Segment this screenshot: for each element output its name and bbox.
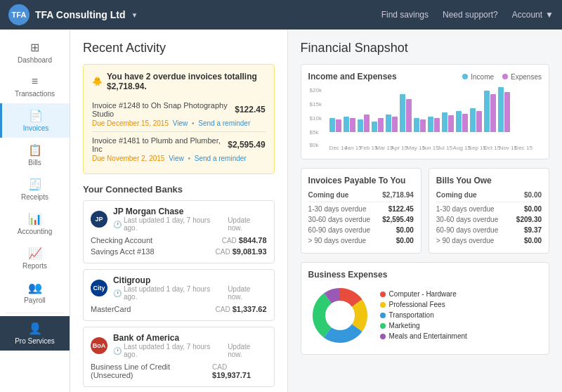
income-bar — [470, 108, 476, 132]
invoice-view-1[interactable]: View — [173, 119, 188, 127]
ip-label-2: 30-60 days overdue — [308, 216, 370, 223]
expense-bar — [336, 119, 341, 132]
invoice-row-1: Invoice #1248 to Oh Snap Photography Stu… — [92, 101, 266, 118]
account-dropdown-icon: ▼ — [545, 10, 554, 20]
bills-label-1: 1-30 days overdue — [436, 205, 495, 213]
chart-label: Apr 15 — [391, 145, 405, 152]
invoice-reminder-1[interactable]: Send a reminder — [198, 119, 250, 127]
expense-legend: Computer - Hardware Professional Fees Tr… — [380, 289, 467, 341]
need-support-link[interactable]: Need support? — [443, 10, 498, 20]
find-savings-link[interactable]: Find savings — [381, 10, 429, 20]
bank-name-citi: Citigroup — [113, 275, 267, 285]
sidebar-item-accounting[interactable]: 📊 Accounting — [0, 207, 70, 241]
sidebar-item-transactions[interactable]: ≡ Transactions — [0, 70, 70, 103]
meals-label: Meals and Entertainment — [389, 332, 467, 340]
marketing-dot — [380, 323, 386, 329]
bank-header-jpmorgan: JP JP Morgan Chase 🕐 Last updated 1 day,… — [91, 207, 267, 232]
sidebar-item-bills[interactable]: 📋 Bills — [0, 138, 70, 172]
income-expenses-section: Income and Expenses Income Expenses $20k — [301, 64, 549, 159]
sidebar-item-receipts[interactable]: 🧾 Receipts — [0, 172, 70, 207]
invoice-links-1: Due December 15, 2015 View • Send a remi… — [92, 119, 266, 127]
ip-label-4: > 90 days overdue — [308, 237, 367, 244]
bills-amount-1: $0.00 — [524, 205, 542, 213]
brand-name: TFA Consulting Ltd — [35, 9, 126, 20]
expense-bar — [434, 118, 440, 132]
chart-header: Income and Expenses Income Expenses — [308, 72, 542, 81]
bank-update-link-boa[interactable]: Update now. — [228, 343, 266, 358]
invoice-view-2[interactable]: View — [169, 155, 184, 162]
reports-icon: 📈 — [28, 247, 42, 260]
donut-chart — [308, 284, 372, 347]
sidebar-label-receipts: Receipts — [21, 193, 48, 201]
invoices-payable: Invoices Payable To You Coming due $2,71… — [301, 168, 422, 254]
income-dot — [462, 74, 468, 79]
chart-label: Dec 15 — [515, 145, 528, 152]
sidebar-item-dashboard[interactable]: ⊞ Dashboard — [0, 35, 70, 70]
bank-account-loc: Business Line of Credit (Unsecured) CAD … — [91, 361, 267, 381]
clock-icon-boa: 🕐 — [113, 347, 122, 355]
legend-expenses: Expenses — [502, 73, 542, 81]
bank-updated-boa: 🕐 Last updated 1 day, 7 hours ago. Updat… — [113, 343, 267, 358]
bills-header: Coming due $0.00 — [436, 190, 542, 202]
bills-row-4: > 90 days overdue $0.00 — [436, 235, 542, 246]
bar-group — [400, 94, 412, 132]
income-bar — [498, 87, 504, 132]
account-menu[interactable]: Account ▼ — [512, 10, 554, 20]
brand-logo: TFA — [8, 4, 30, 25]
ip-label-1: 1-30 days overdue — [308, 205, 367, 213]
bank-update-link-jpmorgan[interactable]: Update now. — [228, 216, 266, 232]
sidebar-item-pro-services[interactable]: 👤 Pro Services — [0, 316, 70, 351]
chart-label: Oct 15 — [484, 145, 497, 152]
invoice-links-2: Due November 2, 2015 View • Send a remin… — [92, 155, 266, 162]
invoice-reminder-2[interactable]: Send a reminder — [195, 155, 247, 162]
bank-boa: BoA Bank of America 🕐 Last updated 1 day… — [83, 327, 275, 387]
bank-updated-jpmorgan: 🕐 Last updated 1 day, 7 hours ago. Updat… — [113, 216, 267, 232]
expense-bar — [476, 111, 482, 132]
chart-label: Sep 15 — [469, 145, 482, 152]
svg-point-6 — [326, 301, 354, 329]
ip-amount-1: $122.45 — [388, 205, 414, 213]
overdue-alert: 🐥 You have 2 overdue invoices totalling … — [83, 64, 275, 174]
sidebar-item-payroll[interactable]: 👥 Payroll — [0, 275, 70, 310]
invoice-desc-1: Invoice #1248 to Oh Snap Photography Stu… — [92, 101, 235, 118]
sidebar-item-reports[interactable]: 📈 Reports — [0, 241, 70, 275]
bank-update-link-citi[interactable]: Update now. — [228, 285, 266, 301]
sidebar-label-accounting: Accounting — [18, 228, 52, 235]
snapshot-title: Financial Snapshot — [301, 41, 549, 55]
bank-jpmorgan: JP JP Morgan Chase 🕐 Last updated 1 day,… — [83, 200, 275, 263]
expense-bar — [504, 92, 510, 132]
expense-bar — [406, 99, 412, 132]
two-col-section: Invoices Payable To You Coming due $2,71… — [301, 168, 549, 254]
chart-label: Jan 15 — [345, 145, 358, 152]
expense-bar — [420, 119, 426, 132]
bank-account-mastercard: MasterCard CAD $1,337.62 — [91, 303, 267, 315]
bar-group — [456, 111, 468, 132]
bank-citigroup: City Citigroup 🕐 Last updated 1 day, 7 h… — [83, 269, 275, 321]
sidebar-item-invoices[interactable]: 📄 Invoices — [0, 103, 70, 138]
chart-labels: Dec 14Jan 15Feb 15Mar 15Apr 15May 15Jun … — [329, 145, 542, 152]
account-amount-savings: $9,081.93 — [233, 247, 267, 256]
legend-income: Income — [462, 73, 494, 81]
bills-label-4: > 90 days overdue — [436, 237, 495, 244]
col-amount-ip: $2,718.94 — [382, 191, 414, 199]
invoice-due-2: Due November 2, 2015 — [92, 155, 164, 162]
bills-owe-title: Bills You Owe — [436, 176, 542, 185]
accounting-icon: 📊 — [28, 212, 42, 226]
account-currency-loc: CAD — [212, 363, 227, 371]
legend-transportation: Transportation — [380, 310, 467, 320]
professional-dot — [380, 302, 386, 308]
professional-label: Professional Fees — [389, 301, 445, 308]
account-amount-loc: $19,937.71 — [212, 371, 251, 379]
income-bar — [414, 118, 419, 132]
account-amount-checking: $844.78 — [239, 236, 267, 244]
bar-group — [470, 108, 482, 132]
bar-chart-area: $20k $15k $10k $5k $0k Dec 14Jan 15Feb 1… — [308, 87, 542, 152]
chart-label: Mar 15 — [376, 145, 389, 152]
ip-amount-2: $2,595.49 — [382, 216, 414, 223]
account-currency-checking: CAD — [222, 237, 237, 244]
invoice-item-1248: Invoice #1248 to Oh Snap Photography Stu… — [92, 97, 266, 132]
legend-meals: Meals and Entertainment — [380, 331, 467, 341]
income-bar — [386, 115, 391, 132]
brand-dropdown-icon[interactable]: ▼ — [131, 11, 138, 19]
sidebar-divider — [6, 313, 64, 313]
